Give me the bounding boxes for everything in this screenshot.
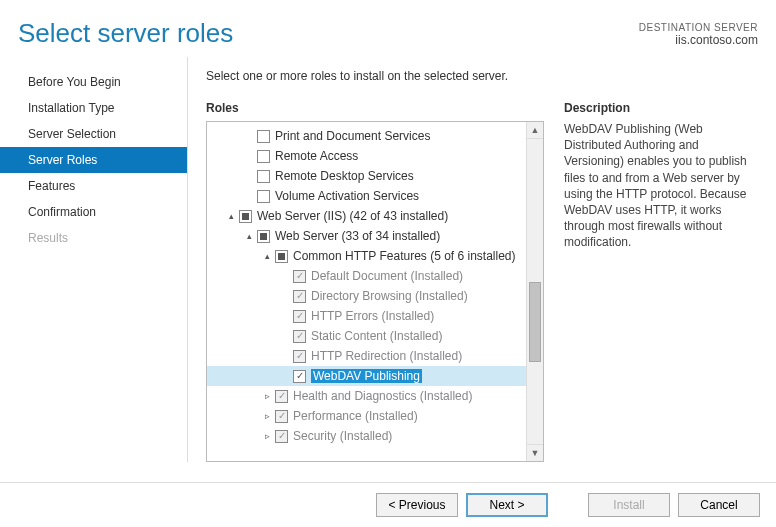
- scrollbar[interactable]: ▲ ▼: [526, 122, 543, 461]
- expand-icon[interactable]: ▹: [261, 411, 273, 421]
- tree-node-label[interactable]: Default Document (Installed): [311, 269, 463, 283]
- scroll-thumb[interactable]: [529, 282, 541, 362]
- scroll-up-icon[interactable]: ▲: [527, 122, 543, 139]
- tree-node[interactable]: Directory Browsing (Installed): [207, 286, 526, 306]
- tree-node[interactable]: ▴Web Server (33 of 34 installed): [207, 226, 526, 246]
- checkbox[interactable]: [257, 130, 270, 143]
- collapse-icon[interactable]: ▴: [225, 211, 237, 221]
- cancel-button[interactable]: Cancel: [678, 493, 760, 517]
- install-button: Install: [588, 493, 670, 517]
- checkbox[interactable]: [275, 390, 288, 403]
- tree-node[interactable]: Volume Activation Services: [207, 186, 526, 206]
- wizard-step[interactable]: Confirmation: [0, 199, 187, 225]
- checkbox[interactable]: [293, 350, 306, 363]
- checkbox[interactable]: [257, 170, 270, 183]
- wizard-step[interactable]: Server Roles: [0, 147, 187, 173]
- wizard-step[interactable]: Features: [0, 173, 187, 199]
- checkbox[interactable]: [275, 430, 288, 443]
- tree-node[interactable]: Print and Document Services: [207, 126, 526, 146]
- tree-node-label[interactable]: Remote Access: [275, 149, 358, 163]
- previous-button[interactable]: < Previous: [376, 493, 458, 517]
- checkbox[interactable]: [275, 410, 288, 423]
- description-text: WebDAV Publishing (Web Distributed Autho…: [564, 121, 760, 251]
- tree-node-label[interactable]: Performance (Installed): [293, 409, 418, 423]
- tree-node-label[interactable]: HTTP Redirection (Installed): [311, 349, 462, 363]
- tree-node-label[interactable]: Health and Diagnostics (Installed): [293, 389, 472, 403]
- checkbox[interactable]: [239, 210, 252, 223]
- tree-node[interactable]: ▹Security (Installed): [207, 426, 526, 446]
- expand-icon[interactable]: ▹: [261, 431, 273, 441]
- tree-node[interactable]: Remote Desktop Services: [207, 166, 526, 186]
- checkbox[interactable]: [257, 190, 270, 203]
- next-button[interactable]: Next >: [466, 493, 548, 517]
- collapse-icon[interactable]: ▴: [261, 251, 273, 261]
- roles-tree[interactable]: Print and Document ServicesRemote Access…: [207, 122, 526, 461]
- wizard-sidebar: Before You BeginInstallation TypeServer …: [0, 57, 188, 462]
- tree-node-label[interactable]: Common HTTP Features (5 of 6 installed): [293, 249, 516, 263]
- scroll-down-icon[interactable]: ▼: [527, 444, 543, 461]
- wizard-step[interactable]: Server Selection: [0, 121, 187, 147]
- wizard-step: Results: [0, 225, 187, 251]
- tree-node-label[interactable]: WebDAV Publishing: [311, 369, 422, 383]
- wizard-step[interactable]: Before You Begin: [0, 69, 187, 95]
- description-heading: Description: [564, 101, 760, 115]
- tree-node[interactable]: Static Content (Installed): [207, 326, 526, 346]
- collapse-icon[interactable]: ▴: [243, 231, 255, 241]
- tree-node-label[interactable]: Web Server (IIS) (42 of 43 installed): [257, 209, 448, 223]
- tree-node[interactable]: ▹Performance (Installed): [207, 406, 526, 426]
- tree-node[interactable]: Default Document (Installed): [207, 266, 526, 286]
- checkbox[interactable]: [293, 270, 306, 283]
- destination-host: iis.contoso.com: [639, 33, 758, 47]
- tree-node[interactable]: WebDAV Publishing: [207, 366, 526, 386]
- tree-node[interactable]: ▴Common HTTP Features (5 of 6 installed): [207, 246, 526, 266]
- destination-info: DESTINATION SERVER iis.contoso.com: [639, 18, 758, 47]
- tree-node[interactable]: HTTP Redirection (Installed): [207, 346, 526, 366]
- checkbox[interactable]: [293, 330, 306, 343]
- tree-node-label[interactable]: Volume Activation Services: [275, 189, 419, 203]
- checkbox[interactable]: [275, 250, 288, 263]
- page-title: Select server roles: [18, 18, 233, 49]
- checkbox[interactable]: [293, 310, 306, 323]
- tree-node[interactable]: Remote Access: [207, 146, 526, 166]
- checkbox[interactable]: [293, 370, 306, 383]
- tree-node-label[interactable]: HTTP Errors (Installed): [311, 309, 434, 323]
- tree-node-label[interactable]: Static Content (Installed): [311, 329, 442, 343]
- tree-node-label[interactable]: Print and Document Services: [275, 129, 430, 143]
- wizard-footer: < Previous Next > Install Cancel: [0, 482, 776, 527]
- checkbox[interactable]: [293, 290, 306, 303]
- expand-icon[interactable]: ▹: [261, 391, 273, 401]
- tree-node-label[interactable]: Security (Installed): [293, 429, 392, 443]
- tree-node[interactable]: ▴Web Server (IIS) (42 of 43 installed): [207, 206, 526, 226]
- tree-node-label[interactable]: Directory Browsing (Installed): [311, 289, 468, 303]
- wizard-step[interactable]: Installation Type: [0, 95, 187, 121]
- roles-tree-container: Print and Document ServicesRemote Access…: [206, 121, 544, 462]
- checkbox[interactable]: [257, 230, 270, 243]
- destination-label: DESTINATION SERVER: [639, 22, 758, 33]
- instruction-text: Select one or more roles to install on t…: [206, 69, 760, 83]
- tree-node-label[interactable]: Web Server (33 of 34 installed): [275, 229, 440, 243]
- tree-node-label[interactable]: Remote Desktop Services: [275, 169, 414, 183]
- roles-heading: Roles: [206, 101, 544, 115]
- tree-node[interactable]: HTTP Errors (Installed): [207, 306, 526, 326]
- tree-node[interactable]: ▹Health and Diagnostics (Installed): [207, 386, 526, 406]
- checkbox[interactable]: [257, 150, 270, 163]
